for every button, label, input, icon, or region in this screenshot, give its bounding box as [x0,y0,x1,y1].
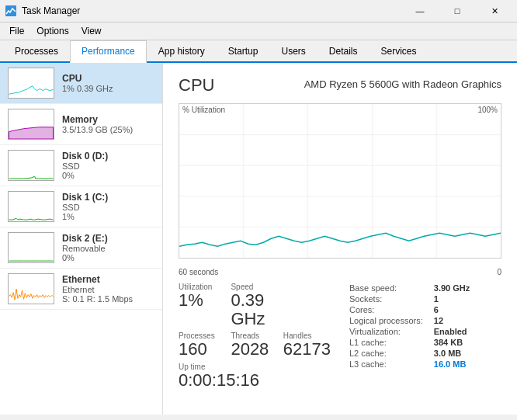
ethernet-info: Ethernet Ethernet S: 0.1 R: 1.5 Mbps [62,274,154,304]
ethernet-label: Ethernet [62,274,154,285]
speed-value: 0.39 GHz [231,291,270,328]
svg-rect-7 [9,274,54,304]
processes-value: 160 [179,340,218,359]
detail-title: CPU [179,75,214,95]
spacer-block [283,283,331,328]
disk2-label: Disk 2 (E:) [62,233,154,244]
window-title: Task Manager [22,5,80,16]
left-stats: Utilization 1% Speed 0.39 GHz Processes … [179,283,331,390]
disk0-info: Disk 0 (D:) SSD 0% [62,151,154,180]
menu-bar: File Options View [0,23,517,40]
disk1-thumbnail [8,191,54,222]
app-icon [5,5,17,17]
chart-x-label: 60 seconds [179,268,218,276]
ethernet-sub1: Ethernet [62,285,154,294]
menu-view[interactable]: View [75,24,108,38]
sidebar-item-disk0[interactable]: Disk 0 (D:) SSD 0% [0,145,162,186]
sidebar-item-memory[interactable]: Memory 3.5/13.9 GB (25%) [0,104,162,145]
cpu-info: CPU 1% 0.39 GHz [62,73,154,93]
l3-value: 16.0 MB [431,359,473,370]
tab-users[interactable]: Users [269,40,317,63]
disk2-info: Disk 2 (E:) Removable 0% [62,233,154,262]
disk0-thumbnail [8,150,54,181]
handles-block: Handles 62173 [283,331,331,359]
disk2-thumbnail [8,232,54,263]
detail-subtitle: AMD Ryzen 5 5600G with Radeon Graphics [304,78,501,90]
virt-label: Virtualization: [346,326,431,337]
menu-options[interactable]: Options [30,24,75,38]
tab-bar: Processes Performance App history Startu… [0,40,517,63]
cpu-sub: 1% 0.39 GHz [62,84,154,93]
tab-processes[interactable]: Processes [3,40,70,63]
utilization-block: Utilization 1% [179,283,218,328]
chart-bottom-labels: 60 seconds 0 [179,266,501,276]
specs-table: Base speed: 3.90 GHz Sockets: 1 Cores: 6… [346,283,473,370]
disk1-sub1: SSD [62,203,154,212]
cpu-chart: % Utilization 100% [179,103,501,259]
sockets-label: Sockets: [346,293,431,304]
base-speed-value: 3.90 GHz [431,283,473,293]
handles-value: 62173 [283,340,331,359]
memory-label: Memory [62,114,154,125]
tab-services[interactable]: Services [370,40,429,63]
memory-thumbnail [8,109,54,140]
disk2-sub1: Removable [62,244,154,253]
right-specs: Base speed: 3.90 GHz Sockets: 1 Cores: 6… [346,283,501,390]
base-speed-label: Base speed: [346,283,431,293]
cores-value: 6 [431,304,473,315]
ethernet-thumbnail [8,273,54,304]
logical-value: 12 [431,315,473,326]
logical-label: Logical processors: [346,315,431,326]
chart-svg [179,104,501,258]
uptime-block: Up time 0:00:15:16 [179,363,331,390]
processes-block: Processes 160 [179,331,218,359]
l1-value: 384 KB [431,337,473,348]
chart-x-right: 0 [497,268,501,276]
maximize-button[interactable]: □ [439,3,475,19]
sidebar-item-cpu[interactable]: CPU 1% 0.39 GHz [0,63,162,104]
bottom-section: Utilization 1% Speed 0.39 GHz Processes … [179,283,501,390]
sidebar-item-disk1[interactable]: Disk 1 (C:) SSD 1% [0,186,162,227]
chart-y-max: 100% [477,106,498,114]
tab-app-history[interactable]: App history [147,40,217,63]
memory-info: Memory 3.5/13.9 GB (25%) [62,114,154,134]
cpu-label: CPU [62,73,154,84]
title-bar: Task Manager — □ ✕ [0,0,517,23]
disk2-sub2: 0% [62,253,154,262]
l1-label: L1 cache: [346,337,431,348]
cores-label: Cores: [346,304,431,315]
svg-rect-1 [9,68,54,98]
tab-details[interactable]: Details [317,40,370,63]
speed-block: Speed 0.39 GHz [231,283,270,328]
svg-rect-6 [9,233,54,262]
tab-performance[interactable]: Performance [70,40,147,63]
sidebar-item-disk2[interactable]: Disk 2 (E:) Removable 0% [0,227,162,269]
disk0-label: Disk 0 (D:) [62,151,154,161]
threads-value: 2028 [231,340,270,359]
window-controls: — □ ✕ [402,3,512,19]
disk1-sub2: 1% [62,212,154,221]
main-content: CPU 1% 0.39 GHz Memory 3.5/13.9 GB (25%) [0,63,517,415]
disk0-sub1: SSD [62,161,154,171]
sidebar-item-ethernet[interactable]: Ethernet Ethernet S: 0.1 R: 1.5 Mbps [0,269,162,310]
chart-y-label: % Utilization [182,106,225,114]
utilization-value: 1% [179,291,218,310]
uptime-label: Up time [179,363,331,371]
detail-panel: CPU AMD Ryzen 5 5600G with Radeon Graphi… [163,63,517,415]
l2-value: 3.0 MB [431,348,473,359]
disk1-label: Disk 1 (C:) [62,192,154,203]
minimize-button[interactable]: — [402,3,438,19]
menu-file[interactable]: File [3,24,30,38]
disk0-sub2: 0% [62,171,154,180]
sockets-value: 1 [431,293,473,304]
l3-label: L3 cache: [346,359,431,370]
threads-block: Threads 2028 [231,331,270,359]
svg-rect-5 [9,192,54,221]
svg-rect-4 [9,151,54,180]
memory-sub: 3.5/13.9 GB (25%) [62,125,154,134]
cpu-thumbnail [8,68,54,99]
uptime-value: 0:00:15:16 [179,371,331,390]
tab-startup[interactable]: Startup [217,40,270,63]
ethernet-sub2: S: 0.1 R: 1.5 Mbps [62,294,154,304]
close-button[interactable]: ✕ [477,3,512,19]
